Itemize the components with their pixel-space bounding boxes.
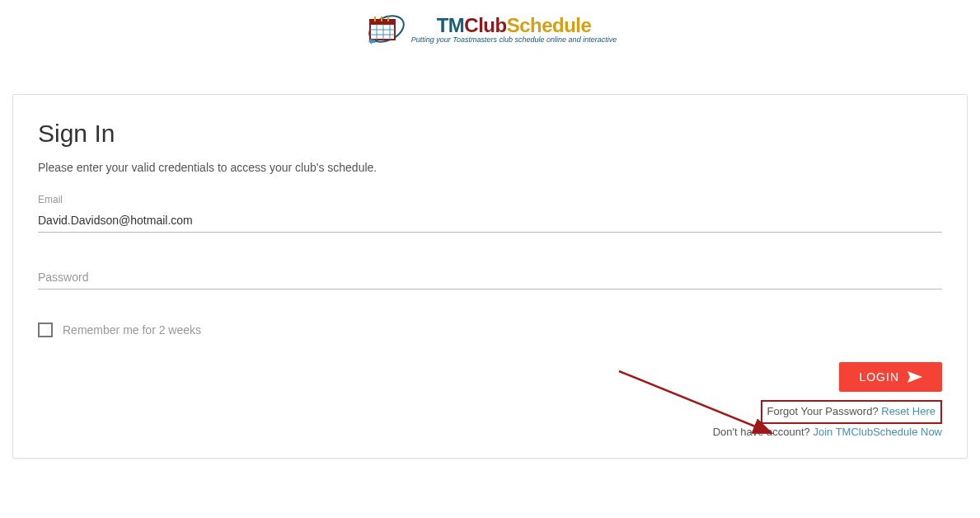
- page-subtitle: Please enter your valid credentials to a…: [38, 161, 942, 174]
- logo-suffix: Schedule: [507, 14, 592, 36]
- header: TMClubSchedule Putting your Toastmasters…: [0, 0, 980, 69]
- forgot-password-text: Forgot Your Password?: [767, 405, 882, 417]
- logo: TMClubSchedule Putting your Toastmasters…: [363, 8, 617, 49]
- login-row: LOGIN: [38, 362, 942, 392]
- reset-here-link[interactable]: Reset Here: [881, 405, 935, 417]
- remember-label: Remember me for 2 weeks: [63, 323, 201, 337]
- password-field[interactable]: [38, 266, 942, 290]
- links-row: Forgot Your Password? Reset Here Don't h…: [38, 400, 942, 441]
- logo-prefix: TM: [437, 14, 465, 36]
- no-account-text: Don't have account?: [713, 426, 814, 438]
- logo-tagline: Putting your Toastmasters club schedule …: [411, 35, 617, 44]
- remember-checkbox[interactable]: [38, 323, 53, 337]
- email-field[interactable]: [38, 209, 942, 233]
- send-icon: [907, 371, 922, 383]
- logo-middle: Club: [464, 14, 506, 36]
- login-button[interactable]: LOGIN: [839, 362, 942, 392]
- page-title: Sign In: [38, 120, 942, 148]
- logo-text: TMClubSchedule: [411, 14, 617, 37]
- join-now-link[interactable]: Join TMClubSchedule Now: [813, 426, 942, 438]
- email-label: Email: [38, 194, 942, 205]
- remember-group: Remember me for 2 weeks: [38, 323, 942, 337]
- calendar-icon: [363, 8, 405, 49]
- email-group: Email: [38, 194, 942, 233]
- forgot-password-highlight: Forgot Your Password? Reset Here: [761, 400, 943, 424]
- signin-card: Sign In Please enter your valid credenti…: [12, 94, 968, 459]
- login-button-label: LOGIN: [859, 370, 899, 384]
- password-group: [38, 266, 942, 290]
